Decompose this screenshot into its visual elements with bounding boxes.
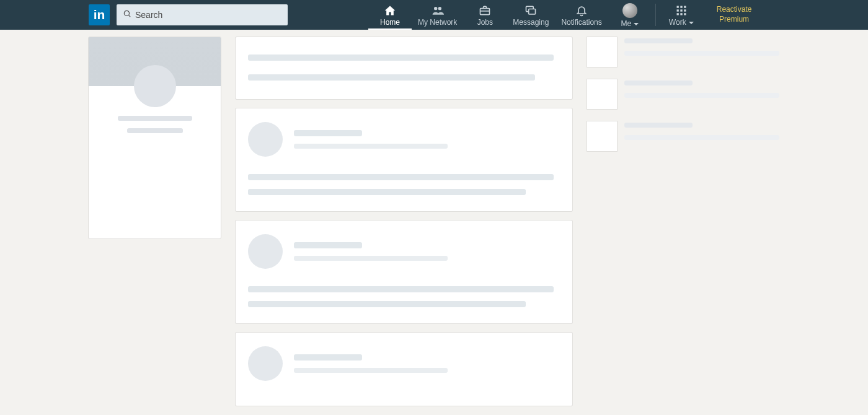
svg-rect-10 [684,6,686,8]
skeleton-line [294,242,362,248]
skeleton-line [624,135,779,140]
home-icon [383,4,397,17]
post-avatar-placeholder [248,346,283,381]
nav-work[interactable]: Work [660,0,703,30]
nav-work-label: Work [669,18,694,27]
nav-messaging-label: Messaging [513,18,549,27]
nav-network[interactable]: My Network [412,0,463,30]
linkedin-logo[interactable]: in [89,4,110,25]
skeleton-line [248,286,554,292]
skeleton-line [294,144,448,149]
share-box-skeleton [236,37,572,99]
svg-rect-14 [676,13,678,15]
skeleton-line [624,38,693,43]
messaging-icon [524,4,538,17]
svg-point-2 [434,7,437,10]
skeleton-line [127,128,183,133]
nav-divider [655,4,656,26]
aside-thumb-placeholder [587,37,617,67]
nav-notifications-label: Notifications [561,18,601,27]
aside-card-skeleton [587,79,779,109]
apps-grid-icon [675,4,688,17]
svg-rect-7 [529,9,536,14]
feed-post-skeleton [236,108,572,211]
aside-thumb-placeholder [587,121,617,151]
right-aside [587,37,779,151]
aside-card-skeleton [587,121,779,151]
post-avatar-placeholder [248,122,283,157]
nav-me[interactable]: Me [608,0,652,30]
profile-text-placeholder [89,116,221,133]
svg-rect-11 [676,10,678,12]
network-icon [431,4,445,17]
feed-column [236,37,572,406]
skeleton-line [294,256,448,261]
nav-network-label: My Network [418,18,457,27]
aside-thumb-placeholder [587,79,617,109]
svg-rect-15 [680,13,682,15]
post-avatar-placeholder [248,234,283,269]
skeleton-line [248,74,535,81]
bell-icon [575,4,588,17]
svg-rect-9 [680,6,682,8]
nav-notifications[interactable]: Notifications [555,0,608,30]
skeleton-line [624,123,693,128]
skeleton-line [248,189,526,195]
feed-post-skeleton [236,333,572,406]
svg-rect-13 [684,10,686,12]
linkedin-logo-text: in [94,7,105,22]
skeleton-line [624,51,779,56]
search-wrap [117,4,288,25]
nav-jobs-label: Jobs [477,18,493,27]
skeleton-line [624,93,779,98]
skeleton-line [624,81,693,85]
nav-home-label: Home [380,18,400,27]
feed-post-skeleton [236,221,572,323]
main-container [0,30,868,406]
skeleton-line [248,174,554,180]
premium-line2: Premium [717,15,752,25]
search-input[interactable] [117,4,288,25]
skeleton-line [118,116,192,121]
aside-card-skeleton [587,37,779,67]
skeleton-line [248,55,554,61]
nav-jobs[interactable]: Jobs [463,0,507,30]
nav-messaging[interactable]: Messaging [507,0,555,30]
reactivate-premium-link[interactable]: Reactivate Premium [717,5,752,24]
nav-home[interactable]: Home [368,0,412,30]
briefcase-icon [478,4,492,17]
primary-nav: Home My Network Jobs Messaging [368,0,703,30]
nav-me-label: Me [621,19,639,28]
skeleton-line [294,354,362,360]
skeleton-line [294,368,448,373]
svg-point-3 [438,7,441,10]
profile-sidebar-skeleton [89,37,221,238]
premium-line1: Reactivate [717,5,752,15]
svg-rect-16 [684,13,686,15]
svg-rect-8 [676,6,678,8]
global-header: in Home My Network [0,0,868,30]
avatar-icon [622,3,637,18]
skeleton-line [294,130,362,136]
skeleton-line [248,301,526,307]
profile-avatar-placeholder [134,65,176,107]
svg-rect-12 [680,10,682,12]
